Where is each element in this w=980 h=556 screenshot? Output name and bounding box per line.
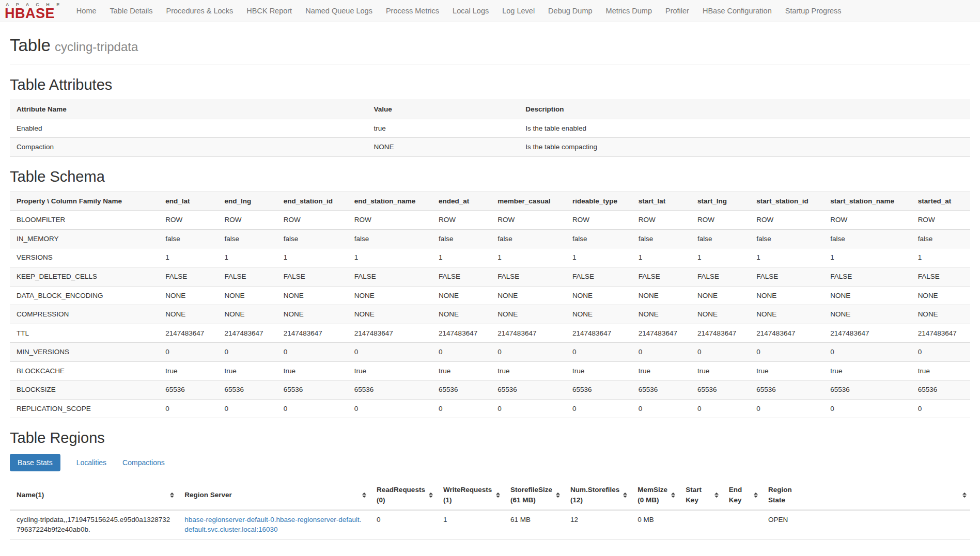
schema-value-cell: 65536 xyxy=(348,380,432,400)
schema-property-cell: DATA_BLOCK_ENCODING xyxy=(10,286,159,305)
nav-item-named-queue-logs[interactable]: Named Queue Logs xyxy=(299,7,379,15)
attributes-cell: Compaction xyxy=(10,138,367,157)
schema-value-cell: NONE xyxy=(750,305,823,324)
tab-compactions[interactable]: Compactions xyxy=(122,458,165,467)
schema-value-cell: true xyxy=(750,361,823,380)
schema-row: BLOCKCACHEtruetruetruetruetruetruetruetr… xyxy=(10,361,970,380)
schema-value-cell: 0 xyxy=(911,343,970,362)
sort-down-arrow xyxy=(671,496,675,498)
schema-value-cell: 2147483647 xyxy=(217,324,276,343)
sort-icon[interactable] xyxy=(714,493,719,498)
schema-row: COMPRESSIONNONENONENONENONENONENONENONEN… xyxy=(10,305,970,324)
attributes-header-row: Attribute NameValueDescription xyxy=(10,100,970,119)
schema-value-cell: 0 xyxy=(632,343,691,362)
schema-value-cell: ROW xyxy=(348,211,432,230)
sort-up-arrow xyxy=(962,493,967,495)
schema-value-cell: NONE xyxy=(277,286,348,305)
navbar-menu-item: Named Queue Logs xyxy=(299,0,379,22)
table-name: cycling-tripdata xyxy=(55,40,138,54)
nav-item-local-logs[interactable]: Local Logs xyxy=(446,7,495,15)
sort-icon[interactable] xyxy=(671,493,675,498)
schema-row: DATA_BLOCK_ENCODINGNONENONENONENONENONEN… xyxy=(10,286,970,305)
schema-value-cell: 0 xyxy=(217,399,276,418)
sort-icon[interactable] xyxy=(429,493,433,498)
regions-col-header[interactable]: StorefileSize (61 MB) xyxy=(504,481,564,510)
schema-value-cell: NONE xyxy=(491,286,566,305)
region-tabs: Base Stats Localities Compactions xyxy=(10,454,970,471)
schema-value-cell: ROW xyxy=(691,211,750,230)
schema-corner-header: Property \ Column Family Name xyxy=(10,192,159,211)
sort-icon[interactable] xyxy=(170,493,174,498)
regions-col-header[interactable]: ReadRequests (0) xyxy=(370,481,437,510)
nav-item-startup-progress[interactable]: Startup Progress xyxy=(779,7,848,15)
sort-icon[interactable] xyxy=(496,493,500,498)
schema-value-cell: NONE xyxy=(566,305,632,324)
schema-value-cell: true xyxy=(217,361,276,380)
schema-value-cell: NONE xyxy=(159,305,217,324)
region-server-link[interactable]: hbase-regionserver-default-0.hbase-regio… xyxy=(184,516,361,534)
navbar-menu-item: HBCK Report xyxy=(240,0,299,22)
regions-col-header[interactable]: WriteRequests (1) xyxy=(437,481,504,510)
schema-family-header: start_station_name xyxy=(823,192,911,211)
schema-family-header: rideable_type xyxy=(566,192,632,211)
regions-col-header[interactable]: Start Key xyxy=(679,481,722,510)
nav-item-hbck-report[interactable]: HBCK Report xyxy=(240,7,299,15)
navbar-menu-item: Procedures & Locks xyxy=(160,0,240,22)
hbase-logo[interactable]: A P A C H E HBASE xyxy=(0,2,70,21)
schema-value-cell: ROW xyxy=(911,211,970,230)
region-num-storefiles-cell: 12 xyxy=(564,510,631,539)
regions-table: Name(1)Region ServerReadRequests (0)Writ… xyxy=(10,481,970,539)
schema-row: BLOCKSIZE6553665536655366553665536655366… xyxy=(10,380,970,400)
schema-value-cell: false xyxy=(823,229,911,248)
sort-icon[interactable] xyxy=(362,493,366,498)
nav-item-debug-dump[interactable]: Debug Dump xyxy=(541,7,599,15)
sort-icon[interactable] xyxy=(623,493,627,498)
nav-item-home[interactable]: Home xyxy=(70,7,103,15)
nav-item-metrics-dump[interactable]: Metrics Dump xyxy=(599,7,659,15)
schema-value-cell: false xyxy=(159,229,217,248)
navbar-menu-item: Startup Progress xyxy=(779,0,848,22)
schema-value-cell: 65536 xyxy=(823,380,911,400)
schema-family-header: end_station_name xyxy=(348,192,432,211)
regions-col-header[interactable]: MemSize (0 MB) xyxy=(631,481,679,510)
regions-col-header[interactable]: Region State xyxy=(761,481,970,510)
sort-icon[interactable] xyxy=(754,493,758,498)
tab-base-stats[interactable]: Base Stats xyxy=(10,454,60,471)
sort-icon[interactable] xyxy=(962,493,967,498)
attributes-row: CompactionNONEIs the table compacting xyxy=(10,138,970,157)
regions-col-header[interactable]: Name(1) xyxy=(10,481,178,510)
nav-item-table-details[interactable]: Table Details xyxy=(103,7,160,15)
region-start-key-cell xyxy=(679,510,722,539)
regions-col-label: Num.Storefiles (12) xyxy=(570,486,619,504)
schema-value-cell: 0 xyxy=(277,343,348,362)
regions-col-header[interactable]: End Key xyxy=(722,481,761,510)
schema-value-cell: FALSE xyxy=(277,267,348,286)
schema-row: TTL2147483647214748364721474836472147483… xyxy=(10,324,970,343)
schema-value-cell: 0 xyxy=(348,343,432,362)
schema-property-cell: TTL xyxy=(10,324,159,343)
sort-down-arrow xyxy=(496,496,500,498)
schema-value-cell: 0 xyxy=(566,399,632,418)
nav-item-log-level[interactable]: Log Level xyxy=(495,7,541,15)
regions-col-header[interactable]: Region Server xyxy=(178,481,370,510)
tab-localities[interactable]: Localities xyxy=(76,458,106,467)
regions-col-header[interactable]: Num.Storefiles (12) xyxy=(564,481,631,510)
schema-family-header: started_at xyxy=(911,192,970,211)
schema-value-cell: true xyxy=(911,361,970,380)
sort-icon[interactable] xyxy=(556,493,560,498)
nav-item-process-metrics[interactable]: Process Metrics xyxy=(379,7,446,15)
page-header: Tablecycling-tripdata xyxy=(10,36,970,55)
nav-item-hbase-configuration[interactable]: HBase Configuration xyxy=(696,7,779,15)
sort-up-arrow xyxy=(429,493,433,495)
regions-col-label: Region Server xyxy=(184,491,232,499)
schema-value-cell: 1 xyxy=(691,248,750,267)
region-storefile-size-cell: 61 MB xyxy=(504,510,564,539)
schema-value-cell: ROW xyxy=(632,211,691,230)
schema-row: VERSIONS111111111111 xyxy=(10,248,970,267)
sort-down-arrow xyxy=(170,496,174,498)
nav-item-profiler[interactable]: Profiler xyxy=(659,7,696,15)
schema-value-cell: ROW xyxy=(432,211,491,230)
nav-item-procedures-locks[interactable]: Procedures & Locks xyxy=(160,7,240,15)
schema-property-cell: REPLICATION_SCOPE xyxy=(10,399,159,418)
schema-value-cell: 2147483647 xyxy=(432,324,491,343)
